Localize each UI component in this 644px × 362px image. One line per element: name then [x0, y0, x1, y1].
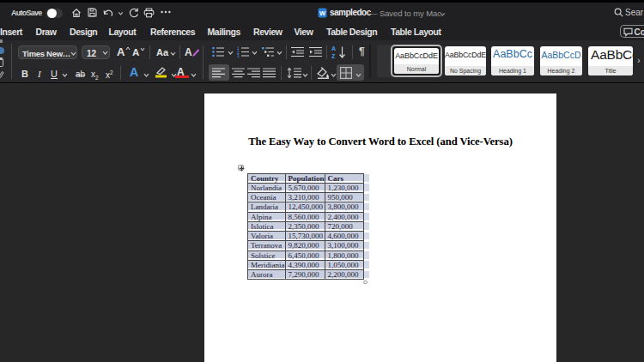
- svg-text:3: 3: [237, 54, 240, 57]
- svg-text:Z: Z: [331, 53, 336, 59]
- svg-text:W: W: [319, 9, 326, 17]
- svg-text:A: A: [331, 45, 336, 51]
